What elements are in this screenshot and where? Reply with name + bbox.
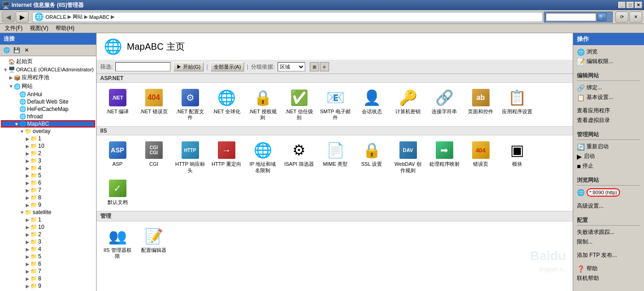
filter-showall-button[interactable]: 全部显示(A): [211, 62, 244, 71]
right-action-advanced[interactable]: 高级设置...: [577, 201, 640, 211]
group-select[interactable]: 区域: [278, 62, 305, 71]
right-action-failedreq[interactable]: 失败请求跟踪...: [577, 227, 640, 237]
right-action-viewvirtual[interactable]: 查看虚拟目录: [577, 116, 640, 125]
tree-item-sat1[interactable]: ▶📁1: [1, 216, 95, 223]
icon-connstr[interactable]: 🔗 连接字符串: [427, 87, 462, 122]
left-toolbar-globe[interactable]: 🌐: [2, 46, 11, 55]
tree-item-sat2[interactable]: ▶📁2: [1, 231, 95, 238]
icon-ssl[interactable]: 🔒 SSL 设置: [354, 139, 389, 175]
tree-item-sat7[interactable]: ▶📁7: [1, 268, 95, 275]
search-input[interactable]: [546, 13, 596, 21]
icon-http-response[interactable]: HTTP HTTP 响应标头: [173, 139, 207, 175]
tree-item-anhui[interactable]: 🌐 AnHui: [1, 91, 95, 98]
right-action-bind[interactable]: 🔗 绑定...: [577, 83, 640, 93]
tree-item-ov2[interactable]: ▶📁2: [1, 150, 95, 157]
tree-item-ov7[interactable]: ▶📁7: [1, 186, 95, 194]
stop-button[interactable]: ✕: [629, 12, 642, 23]
tree-item-apppool[interactable]: ▶ 📦 应用程序池: [1, 73, 95, 82]
icon-net-config[interactable]: ⚙ .NET 配置文件: [173, 87, 207, 122]
tree-item-hefei[interactable]: 🌐 HeFeiCacheMap: [1, 105, 95, 113]
tree-item-sat3[interactable]: ▶📁3: [1, 238, 95, 245]
icon-mime[interactable]: 📄 MIME 类型: [318, 139, 353, 175]
tree-item-mapabc[interactable]: ▼ 🌐 MapABC: [1, 120, 95, 128]
icon-net-auth[interactable]: 🔒 .NET 授权规则: [245, 87, 280, 122]
right-action-editperms[interactable]: 📝 编辑权限...: [577, 57, 640, 66]
right-action-restart[interactable]: 🔄 重新启动: [577, 142, 640, 151]
right-action-start[interactable]: ▶ 启动: [577, 151, 640, 161]
tree-item-sat6[interactable]: ▶📁6: [1, 260, 95, 268]
left-toolbar-close[interactable]: ✕: [22, 46, 31, 55]
help-icon: ❓: [577, 265, 585, 273]
address-mapabc: MapABC: [89, 14, 109, 20]
back-button[interactable]: ◀: [2, 12, 15, 23]
icon-module[interactable]: ▣ 模块: [500, 139, 534, 175]
close-button[interactable]: ✕: [635, 2, 642, 8]
icon-net-trust[interactable]: ✅ .NET 信任级别: [282, 87, 316, 122]
maximize-button[interactable]: □: [627, 2, 634, 8]
filter-input[interactable]: [115, 62, 171, 71]
right-action-limits[interactable]: 限制...: [577, 237, 640, 247]
tree-label-apppool: 应用程序池: [22, 74, 49, 81]
icon-ip-domain[interactable]: 🌐 IP 地址和域名限制: [245, 139, 280, 175]
tree-item-ov9[interactable]: ▶📁9: [1, 201, 95, 209]
tree-item-ov4[interactable]: ▶📁4: [1, 164, 95, 172]
right-action-ftp[interactable]: 添加 FTP 发布...: [577, 250, 640, 260]
tree-item-sat10[interactable]: ▶📁10: [1, 223, 95, 231]
filter-start-button[interactable]: ▶ 开始(G): [173, 62, 204, 71]
icon-iis-admin[interactable]: 👥 IIS 管理器权限: [100, 225, 135, 261]
icon-machinekey[interactable]: 🔑 计算机密钥: [391, 87, 425, 122]
tree-item-sites[interactable]: ▼ 🌐 网站: [1, 82, 95, 91]
tree-item-ov6[interactable]: ▶📁6: [1, 179, 95, 186]
right-action-stop[interactable]: ■ 停止: [577, 161, 640, 171]
forward-button[interactable]: ▶: [16, 12, 28, 23]
tree-item-hfroad[interactable]: 🌐 hfroad: [1, 113, 95, 120]
icon-handler[interactable]: ➡ 处理程序映射: [427, 139, 462, 175]
right-action-viewapps[interactable]: 查看应用程序: [577, 106, 640, 116]
icon-config-editor[interactable]: 📝 配置编辑器: [137, 225, 171, 261]
menu-view[interactable]: 视图(V): [27, 23, 51, 33]
tree-item-sat5[interactable]: ▶📁5: [1, 253, 95, 260]
tree-item-sat8[interactable]: ▶📁8: [1, 275, 95, 282]
tree-item-sat4[interactable]: ▶📁4: [1, 245, 95, 253]
tree-item-defaultweb[interactable]: 🌐 Default Web Site: [1, 98, 95, 105]
minimize-button[interactable]: _: [618, 2, 626, 8]
right-action-basic[interactable]: 📋 基本设置...: [577, 93, 640, 102]
tree-item-ov5[interactable]: ▶📁5: [1, 172, 95, 179]
menu-file[interactable]: 文件(F): [2, 23, 25, 33]
icon-net-compile[interactable]: .NET .NET 编译: [100, 87, 135, 122]
icon-isapi[interactable]: ⚙ ISAPI 筛选器: [282, 139, 316, 175]
net-trust-icon: ✅: [290, 89, 308, 106]
view-small-icons[interactable]: ≡: [320, 62, 329, 71]
icon-machinekey-img: 🔑: [399, 88, 417, 107]
icon-cgi[interactable]: CGICGI CGI: [137, 139, 171, 175]
icon-session[interactable]: 👤 会话状态: [354, 87, 389, 122]
menu-help[interactable]: 帮助(H): [53, 23, 77, 33]
left-toolbar-save[interactable]: 💾: [12, 46, 21, 55]
right-action-browse-port[interactable]: 🌐 *:8090 (http): [577, 187, 640, 198]
right-action-onlinehelp[interactable]: 联机帮助: [577, 274, 640, 283]
icon-defaultdoc[interactable]: ✓ 默认文档: [100, 177, 135, 207]
tree-item-overlay[interactable]: ▼ 📁 overlay: [1, 128, 95, 135]
icon-asp[interactable]: ASP ASP: [100, 139, 135, 175]
right-action-help[interactable]: ❓ 帮助: [577, 264, 640, 274]
view-large-icons[interactable]: ⊞: [310, 62, 319, 71]
search-go-button[interactable]: 🔍: [597, 13, 606, 21]
right-action-browse[interactable]: 🌐 浏览: [577, 47, 640, 57]
tree-item-ov10[interactable]: ▶📁10: [1, 142, 95, 150]
tree-item-oracle[interactable]: ▼ 🖥️ ORACLE (ORACLE\Administrator): [1, 66, 95, 73]
tree-item-ov1[interactable]: ▶📁1: [1, 135, 95, 142]
icon-net-error[interactable]: 404 .NET 错误页: [137, 87, 171, 122]
icon-errorpage[interactable]: 404 错误页: [463, 139, 498, 175]
icon-appsettings[interactable]: 📋 应用程序设置: [500, 87, 534, 122]
tree-item-start[interactable]: 🏠 起始页: [1, 57, 95, 66]
icon-smtp[interactable]: 📧 SMTP 电子邮件: [318, 87, 353, 122]
tree-item-ov3[interactable]: ▶📁3: [1, 157, 95, 164]
icon-net-global[interactable]: 🌐 .NET 全球化: [209, 87, 244, 122]
tree-item-sat9[interactable]: ▶📁9: [1, 282, 95, 290]
icon-http-redirect[interactable]: → HTTP 重定向: [209, 139, 244, 175]
tree-item-satellite[interactable]: ▼ 📁 satellite: [1, 209, 95, 216]
icon-webdav[interactable]: DAV WebDAV 创作规则: [391, 139, 425, 175]
icon-pages[interactable]: ab 页面和控件: [463, 87, 498, 122]
refresh-button[interactable]: ⟳: [616, 12, 628, 23]
tree-item-ov8[interactable]: ▶📁8: [1, 194, 95, 201]
